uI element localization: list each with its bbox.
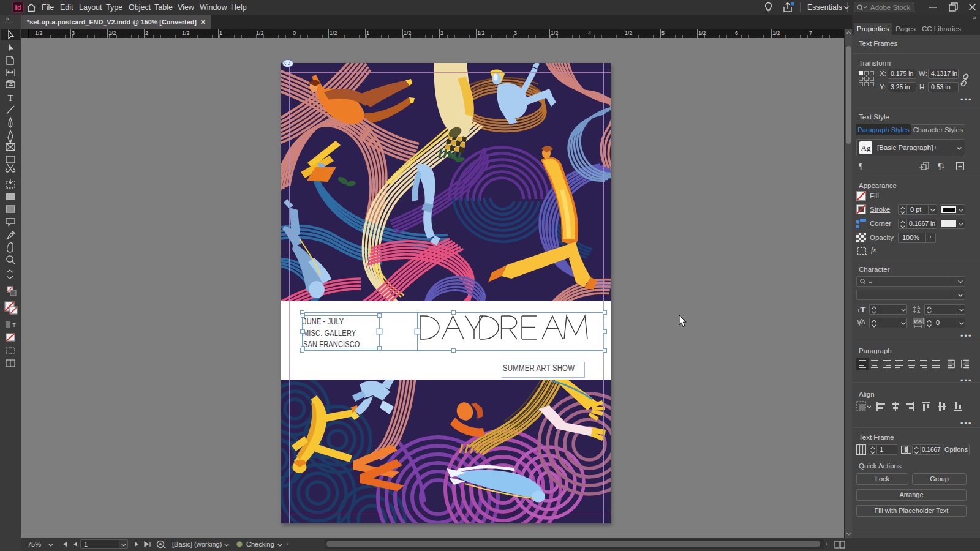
svg-text:V: V — [914, 318, 918, 324]
svg-text:A: A — [918, 318, 922, 324]
svg-text:A: A — [917, 309, 921, 314]
svg-text:T: T — [12, 322, 16, 328]
svg-text:T: T — [7, 93, 13, 103]
svg-text:A: A — [861, 319, 865, 326]
